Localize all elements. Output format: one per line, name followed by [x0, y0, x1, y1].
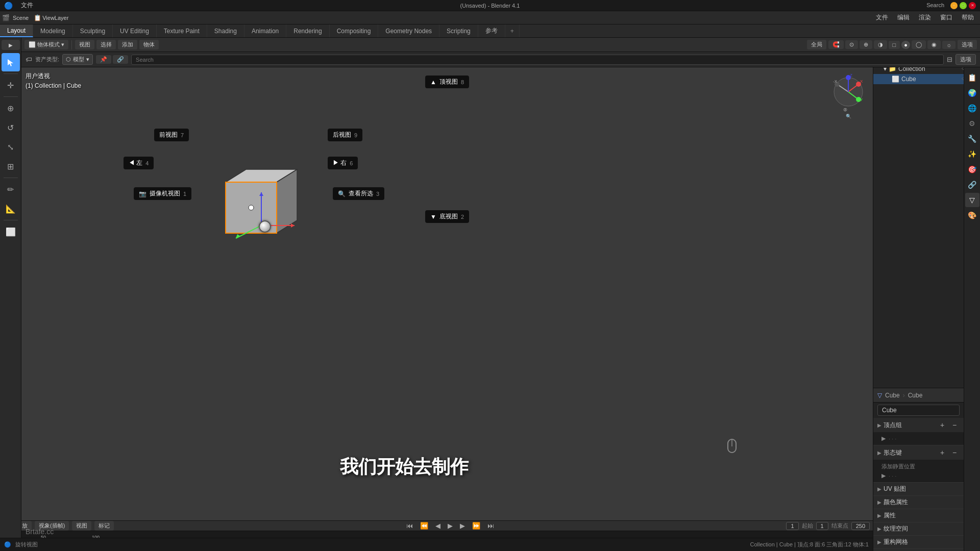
menu-file[interactable]: 文件	[872, 12, 892, 23]
view-layer-tab[interactable]: 📋	[965, 70, 979, 85]
measure-tool[interactable]: 📐	[2, 199, 20, 218]
next-keyframe-btn[interactable]: ▶	[458, 521, 467, 530]
pin-icon[interactable]: 📌	[96, 55, 111, 64]
geometry-data-header[interactable]: ▶ 几何数据	[873, 549, 964, 551]
maximize-button[interactable]: □	[960, 2, 967, 9]
add-cube-tool[interactable]: ⬜	[2, 222, 20, 241]
select-tool[interactable]	[2, 53, 20, 71]
start-frame-field[interactable]: 1	[816, 522, 828, 530]
mesh-name-field[interactable]	[877, 405, 960, 416]
tab-rendering[interactable]: Rendering	[286, 24, 329, 37]
asset-type-selector[interactable]: ⬡ 模型 ▾	[62, 54, 93, 65]
proportional-icon[interactable]: ⊙	[845, 40, 858, 49]
tab-shading[interactable]: Shading	[207, 24, 244, 37]
current-frame-field[interactable]: 1	[786, 522, 798, 530]
sk-static-btn[interactable]: 添加静置位置	[877, 462, 960, 471]
render-shading-icon[interactable]: ◉	[927, 40, 941, 49]
remesh-header[interactable]: ▶ 重构网格	[873, 536, 964, 548]
view-menu[interactable]: 视图	[75, 40, 94, 49]
object-props-tab[interactable]: ⚙	[965, 116, 979, 131]
transform-tool[interactable]: ⊞	[2, 157, 20, 176]
physics-tab[interactable]: 🎯	[965, 162, 979, 177]
view-menu-tl[interactable]: 视图	[72, 521, 91, 531]
minimize-button[interactable]: −	[950, 2, 958, 9]
constraints-tab[interactable]: 🔗	[965, 178, 979, 192]
menu-edit[interactable]: 编辑	[893, 12, 914, 23]
tab-layout[interactable]: Layout	[0, 24, 33, 37]
xray-icon[interactable]: □	[889, 41, 900, 49]
breadcrumb-cube2[interactable]: Cube	[908, 392, 923, 399]
lookat-button[interactable]: 🔍 查看所选 3	[333, 187, 384, 200]
tab-sculpting[interactable]: Sculpting	[73, 24, 113, 37]
tab-modeling[interactable]: Modeling	[33, 24, 73, 37]
mark-menu[interactable]: 标记	[94, 521, 114, 531]
tab-animation[interactable]: Animation	[244, 24, 286, 37]
options-btn[interactable]: 选项	[958, 40, 977, 49]
scene-icon[interactable]: 🎬	[2, 14, 10, 21]
shape-keys-header[interactable]: ▶ 形态键 + −	[873, 445, 964, 460]
tab-compositing[interactable]: Compositing	[330, 24, 379, 37]
object-mode-selector[interactable]: ▶	[2, 40, 20, 50]
sk-remove-btn[interactable]: −	[949, 447, 960, 458]
mode-selector[interactable]: ⬜ 物体模式 ▾	[24, 40, 68, 49]
global-btn[interactable]: 全局	[807, 40, 826, 49]
vertex-groups-header[interactable]: ▶ 顶点组 + −	[873, 418, 964, 432]
close-button[interactable]: ✕	[969, 2, 976, 9]
object-menu[interactable]: 物体	[139, 40, 159, 49]
material-props-tab[interactable]: 🎨	[965, 208, 979, 222]
jump-end-btn[interactable]: ⏭	[485, 521, 496, 530]
overlay-icon[interactable]: ◑	[874, 40, 887, 49]
texture-space-header[interactable]: ▶ 纹理空间	[873, 522, 964, 535]
viewlayer-icon[interactable]: 📋	[34, 14, 41, 21]
add-menu[interactable]: 添加	[118, 40, 137, 49]
right-view-button[interactable]: ▶ 右 6	[328, 157, 358, 169]
color-attributes-header[interactable]: ▶ 颜色属性	[873, 496, 964, 509]
tab-uv-editing[interactable]: UV Editing	[113, 24, 157, 37]
file-menu[interactable]: 文件	[17, 0, 37, 11]
particles-tab[interactable]: ✨	[965, 147, 979, 161]
menu-window[interactable]: 窗口	[936, 12, 957, 23]
vg-add-btn[interactable]: +	[937, 420, 947, 430]
vg-remove-btn[interactable]: −	[949, 420, 960, 430]
annotate-tool[interactable]: ✏	[2, 180, 20, 198]
asset-search-input[interactable]	[131, 55, 944, 65]
modifier-props-tab[interactable]: 🔧	[965, 132, 979, 146]
link-icon[interactable]: 🔗	[113, 55, 128, 64]
material-shading-icon[interactable]: ◯	[912, 40, 926, 49]
top-view-button[interactable]: ▲ 顶视图 8	[425, 76, 469, 88]
eevee-icon[interactable]: ☼	[942, 41, 955, 49]
sk-add-btn[interactable]: +	[937, 447, 947, 458]
cursor-tool[interactable]: ✛	[2, 76, 20, 94]
world-props-tab[interactable]: 🌐	[965, 101, 979, 115]
jump-start-btn[interactable]: ⏮	[404, 521, 415, 530]
next-frame-btn[interactable]: ⏩	[470, 521, 482, 530]
main-viewport[interactable]: 用户透视 (1) Collection | Cube X -X Y Z ⦿ 🔍	[21, 67, 873, 520]
solid-shading-icon[interactable]: ●	[901, 41, 910, 49]
tab-geometry-nodes[interactable]: Geometry Nodes	[378, 24, 439, 37]
camera-view-button[interactable]: 📷 摄像机视图 1	[134, 187, 191, 200]
filter-icon[interactable]: ⊟	[947, 56, 952, 63]
data-props-tab[interactable]: ▽	[965, 193, 979, 207]
select-menu[interactable]: 选择	[96, 40, 116, 49]
tab-reference[interactable]: 参考	[478, 24, 505, 37]
back-view-button[interactable]: 后视图 9	[328, 129, 362, 141]
options-filter-btn[interactable]: 选项	[955, 54, 976, 65]
menu-help[interactable]: 帮助	[958, 12, 978, 23]
attributes-header[interactable]: ▶ 属性	[873, 509, 964, 522]
uv-maps-header[interactable]: ▶ UV 贴图	[873, 483, 964, 495]
prev-keyframe-btn[interactable]: ◀	[433, 521, 443, 530]
menu-render[interactable]: 渲染	[915, 12, 935, 23]
tab-scripting[interactable]: Scripting	[439, 24, 478, 37]
move-tool[interactable]: ⊕	[2, 99, 20, 117]
rotate-tool[interactable]: ↺	[2, 118, 20, 137]
scale-tool[interactable]: ⤡	[2, 138, 20, 156]
breadcrumb-cube1[interactable]: Cube	[885, 392, 900, 399]
end-frame-field[interactable]: 250	[851, 522, 870, 530]
navigation-gizmo[interactable]: X -X Y Z ⦿ 🔍	[828, 71, 869, 112]
front-view-button[interactable]: 前视图 7	[154, 129, 189, 141]
bottom-view-button[interactable]: ▼ 底视图 2	[425, 210, 469, 223]
scene-props-tab[interactable]: 🌍	[965, 86, 979, 100]
left-view-button[interactable]: ◀ 左 4	[124, 157, 154, 169]
tab-texture-paint[interactable]: Texture Paint	[157, 24, 207, 37]
show-gizmo-icon[interactable]: ⊕	[860, 40, 872, 49]
